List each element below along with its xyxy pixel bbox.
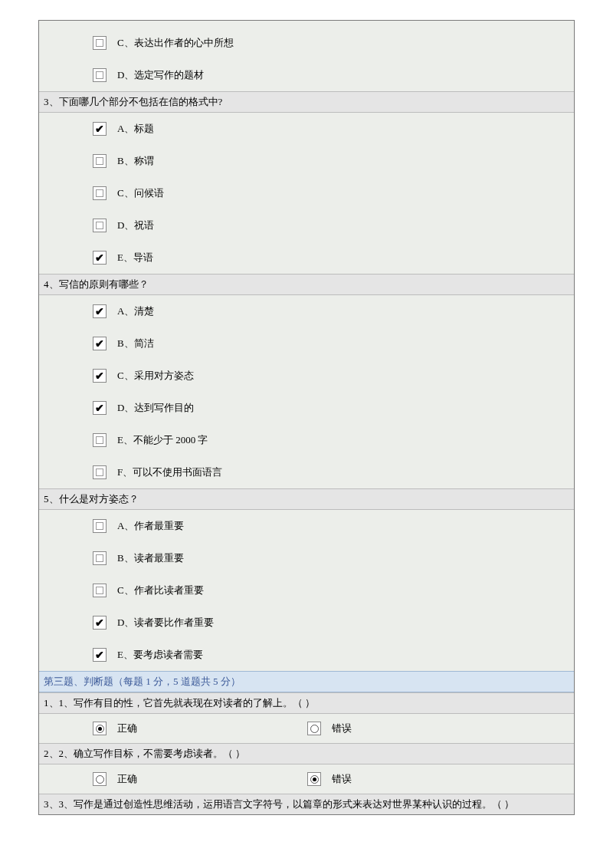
question-2-partial: C、表达出作者的心中所想 D、选定写作的题材	[39, 21, 574, 91]
checkbox-icon	[93, 465, 107, 479]
option-label: D、选定写作的题材	[117, 68, 204, 82]
question-4-title: 4、写信的原则有哪些？	[39, 274, 574, 295]
checkbox-icon	[93, 519, 107, 533]
q4-option-c[interactable]: ✔ C、采用对方姿态	[39, 360, 574, 392]
option-label: C、作者比读者重要	[117, 584, 204, 597]
q5-option-a[interactable]: A、作者最重要	[39, 510, 574, 542]
q3-option-b[interactable]: B、称谓	[39, 145, 574, 177]
tf-q3-title: 3、3、写作是通过创造性思维活动，运用语言文字符号，以篇章的形式来表达对世界某种…	[39, 794, 574, 814]
option-label: F、可以不使用书面语言	[117, 465, 222, 479]
radio-icon	[93, 722, 107, 735]
q5-option-c[interactable]: C、作者比读者重要	[39, 574, 574, 607]
option-label: A、标题	[117, 122, 154, 136]
q4-option-b[interactable]: ✔ B、简洁	[39, 327, 574, 360]
q4-option-f[interactable]: F、可以不使用书面语言	[39, 456, 574, 488]
checkbox-icon: ✔	[93, 251, 107, 265]
option-label: E、要考虑读者需要	[117, 648, 203, 662]
q3-option-a[interactable]: ✔ A、标题	[39, 113, 574, 145]
checkbox-icon: ✔	[93, 369, 107, 383]
option-label: C、问候语	[117, 186, 164, 200]
exam-container: C、表达出作者的心中所想 D、选定写作的题材 3、下面哪几个部分不包括在信的格式…	[38, 20, 575, 815]
q5-option-d[interactable]: ✔ D、读者要比作者重要	[39, 607, 574, 639]
checkbox-icon: ✔	[93, 304, 107, 318]
question-5-title: 5、什么是对方姿态？	[39, 488, 574, 510]
checkbox-icon: ✔	[93, 616, 107, 630]
option-label: D、达到写作目的	[117, 401, 194, 415]
checkbox-icon	[93, 186, 107, 200]
q2-option-d[interactable]: D、选定写作的题材	[39, 59, 574, 91]
q5-option-b[interactable]: B、读者最重要	[39, 542, 574, 574]
checkbox-icon	[93, 551, 107, 565]
option-label: B、简洁	[117, 337, 154, 350]
question-4-options: ✔ A、清楚 ✔ B、简洁 ✔ C、采用对方姿态 ✔ D、达到写作目的 E、不能…	[39, 295, 574, 488]
tf-q1-correct[interactable]: 正确	[93, 722, 307, 735]
checkbox-icon	[93, 154, 107, 168]
radio-icon	[307, 722, 321, 735]
option-label: 错误	[332, 722, 352, 735]
checkbox-icon: ✔	[93, 401, 107, 415]
checkbox-icon: ✔	[93, 648, 107, 662]
q4-option-d[interactable]: ✔ D、达到写作目的	[39, 392, 574, 424]
tf-q1-options: 正确 错误	[39, 714, 574, 743]
option-label: A、作者最重要	[117, 519, 184, 533]
q2-option-c[interactable]: C、表达出作者的心中所想	[39, 21, 574, 59]
question-3-title: 3、下面哪几个部分不包括在信的格式中?	[39, 91, 574, 113]
option-label: 正确	[117, 722, 137, 735]
question-5-options: A、作者最重要 B、读者最重要 C、作者比读者重要 ✔ D、读者要比作者重要 ✔…	[39, 510, 574, 671]
option-label: A、清楚	[117, 304, 154, 318]
option-label: 正确	[117, 772, 137, 786]
checkbox-icon	[93, 219, 107, 232]
radio-icon	[93, 772, 107, 786]
checkbox-icon: ✔	[93, 337, 107, 350]
tf-q2-options: 正确 错误	[39, 764, 574, 794]
checkbox-icon	[93, 433, 107, 447]
q4-option-a[interactable]: ✔ A、清楚	[39, 295, 574, 327]
radio-icon	[307, 772, 321, 786]
checkbox-icon: ✔	[93, 122, 107, 136]
option-label: D、祝语	[117, 219, 154, 232]
option-label: 错误	[332, 772, 352, 786]
tf-q2-wrong[interactable]: 错误	[307, 772, 522, 786]
q3-option-e[interactable]: ✔ E、导语	[39, 242, 574, 274]
option-label: E、不能少于 2000 字	[117, 433, 208, 447]
checkbox-icon	[93, 68, 107, 82]
option-label: E、导语	[117, 251, 153, 265]
tf-q1-wrong[interactable]: 错误	[307, 722, 522, 735]
option-label: B、称谓	[117, 154, 154, 168]
option-label: B、读者最重要	[117, 551, 184, 565]
tf-q1-title: 1、1、写作有目的性，它首先就表现在对读者的了解上。（ ）	[39, 692, 574, 714]
q4-option-e[interactable]: E、不能少于 2000 字	[39, 424, 574, 456]
checkbox-icon	[93, 36, 107, 50]
q3-option-c[interactable]: C、问候语	[39, 177, 574, 209]
tf-q2-title: 2、2、确立写作目标，不需要考虑读者。（ ）	[39, 743, 574, 764]
tf-q2-correct[interactable]: 正确	[93, 772, 307, 786]
section-3-header: 第三题、判断题（每题 1 分，5 道题共 5 分）	[39, 671, 574, 692]
q5-option-e[interactable]: ✔ E、要考虑读者需要	[39, 639, 574, 671]
checkbox-icon	[93, 584, 107, 597]
option-label: C、采用对方姿态	[117, 369, 194, 383]
option-label: C、表达出作者的心中所想	[117, 36, 234, 50]
question-3-options: ✔ A、标题 B、称谓 C、问候语 D、祝语 ✔ E、导语	[39, 113, 574, 274]
q3-option-d[interactable]: D、祝语	[39, 209, 574, 242]
option-label: D、读者要比作者重要	[117, 616, 214, 630]
